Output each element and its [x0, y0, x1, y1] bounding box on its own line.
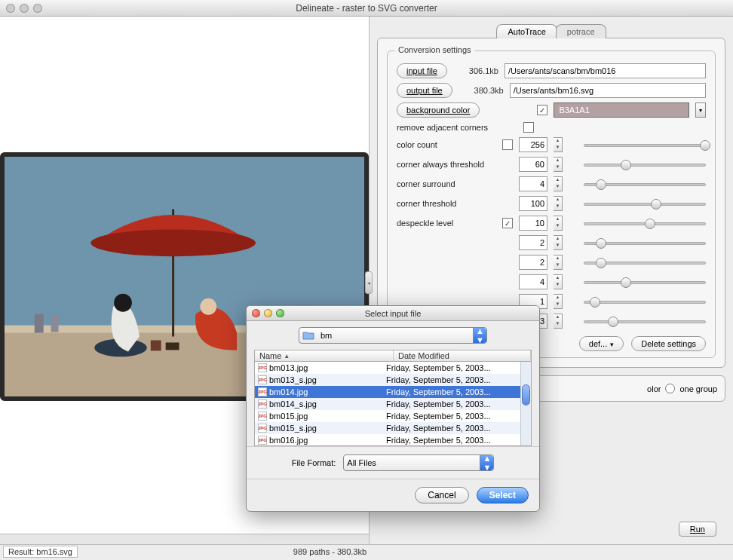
background-color-button[interactable]: background color — [397, 103, 480, 118]
setting-stepper[interactable]: ▲▼ — [554, 274, 563, 289]
setting-slider[interactable] — [584, 314, 706, 328]
file-name: JPGbm016.jpg — [258, 436, 386, 445]
traffic-lights — [6, 4, 42, 13]
setting-slider[interactable] — [584, 256, 706, 269]
setting-value-input[interactable] — [519, 255, 547, 270]
svg-rect-8 — [35, 314, 44, 333]
background-color-field[interactable]: B3A1A1 — [554, 103, 689, 118]
file-list-scrollbar[interactable] — [520, 362, 531, 445]
close-window-button[interactable] — [6, 4, 15, 13]
file-date: Friday, September 5, 2003... — [386, 375, 528, 384]
setting-stepper[interactable]: ▲▼ — [554, 255, 563, 270]
delete-settings-button[interactable]: Delete settings — [631, 336, 706, 351]
setting-stepper[interactable]: ▲▼ — [554, 196, 563, 211]
setting-row: despeckle level✓▲▼ — [397, 216, 706, 231]
folder-icon — [302, 329, 314, 341]
file-dialog: Select input file bm ▲▼ Name ▲ Date Modi… — [246, 305, 540, 512]
tracer-tabs: AutoTrace potrace — [377, 24, 725, 38]
file-date: Friday, September 5, 2003... — [386, 399, 528, 409]
setting-value-input[interactable] — [519, 176, 547, 191]
file-list-header: Name ▲ Date Modified — [254, 350, 532, 362]
jpg-file-icon: JPG — [258, 375, 267, 384]
setting-stepper[interactable]: ▲▼ — [554, 216, 563, 231]
file-row[interactable]: JPGbm016.jpgFriday, September 5, 2003... — [255, 434, 531, 446]
select-button[interactable]: Select — [477, 487, 529, 503]
jpg-file-icon: JPG — [258, 363, 267, 372]
jpg-file-icon: JPG — [258, 387, 267, 396]
file-name: JPGbm014_s.jpg — [258, 399, 386, 409]
setting-slider[interactable] — [584, 295, 706, 308]
setting-stepper[interactable]: ▲▼ — [554, 137, 563, 152]
jpg-file-icon: JPG — [258, 412, 267, 421]
setting-value-input[interactable] — [519, 216, 547, 231]
setting-slider[interactable] — [584, 197, 706, 210]
setting-value-input[interactable] — [519, 274, 547, 289]
svg-rect-10 — [151, 340, 161, 350]
setting-slider[interactable] — [584, 216, 706, 230]
popup-arrows-icon: ▲▼ — [473, 328, 486, 343]
file-name: JPGbm015.jpg — [258, 412, 386, 421]
background-color-checkbox[interactable]: ✓ — [537, 105, 547, 115]
minimize-window-button[interactable] — [20, 4, 29, 13]
tab-potrace[interactable]: potrace — [556, 24, 606, 38]
scrollbar-thumb[interactable] — [522, 384, 530, 405]
file-date: Friday, September 5, 2003... — [386, 387, 528, 396]
setting-slider[interactable] — [584, 158, 706, 171]
file-row[interactable]: JPGbm014_s.jpgFriday, September 5, 2003.… — [255, 398, 531, 410]
file-date: Friday, September 5, 2003... — [386, 436, 528, 445]
column-date-header[interactable]: Date Modified — [394, 350, 531, 361]
one-group-radio[interactable] — [665, 384, 675, 393]
file-row[interactable]: JPGbm015_s.jpgFriday, September 5, 2003.… — [255, 422, 531, 434]
file-format-popup[interactable]: All Files ▲▼ — [343, 454, 494, 471]
setting-value-input[interactable] — [519, 157, 547, 172]
file-row[interactable]: JPGbm013_s.jpgFriday, September 5, 2003.… — [255, 374, 531, 386]
file-format-label: File Format: — [292, 458, 336, 467]
setting-label: despeckle level — [397, 219, 496, 228]
setting-checkbox[interactable]: ✓ — [502, 218, 513, 228]
defaults-button[interactable]: def... — [579, 336, 624, 351]
tab-autotrace[interactable]: AutoTrace — [496, 24, 557, 38]
horizontal-scrollbar[interactable] — [0, 534, 369, 544]
file-row[interactable]: JPGbm014.jpgFriday, September 5, 2003... — [255, 386, 531, 398]
file-name: JPGbm013_s.jpg — [258, 375, 386, 384]
file-row[interactable]: JPGbm013.jpgFriday, September 5, 2003... — [255, 362, 531, 374]
setting-stepper[interactable]: ▲▼ — [554, 235, 563, 250]
jpg-file-icon: JPG — [258, 424, 267, 433]
output-file-button[interactable]: output file — [397, 83, 452, 98]
file-name: JPGbm014.jpg — [258, 387, 386, 396]
svg-rect-11 — [166, 342, 179, 350]
remove-adjacent-checkbox[interactable] — [523, 122, 534, 133]
file-list[interactable]: JPGbm013.jpgFriday, September 5, 2003...… — [254, 362, 532, 446]
file-date: Friday, September 5, 2003... — [386, 424, 528, 433]
split-handle[interactable]: ◂ — [365, 271, 373, 294]
setting-value-input[interactable] — [519, 137, 547, 152]
setting-checkbox[interactable] — [502, 139, 513, 150]
input-file-path[interactable] — [505, 63, 706, 78]
run-button[interactable]: Run — [679, 522, 716, 537]
setting-slider[interactable] — [584, 236, 706, 249]
setting-label: corner surround — [397, 179, 496, 188]
zoom-window-button[interactable] — [33, 4, 42, 13]
column-name-header[interactable]: Name ▲ — [255, 350, 394, 361]
cancel-button[interactable]: Cancel — [415, 487, 468, 503]
setting-value-input[interactable] — [519, 235, 547, 250]
background-color-dropdown-icon[interactable]: ▾ — [695, 103, 706, 118]
dialog-folder-popup[interactable]: bm ▲▼ — [299, 327, 487, 344]
setting-stepper[interactable]: ▲▼ — [554, 157, 563, 172]
file-row[interactable]: JPGbm015.jpgFriday, September 5, 2003... — [255, 410, 531, 422]
output-file-path[interactable] — [510, 83, 706, 98]
file-name: JPGbm015_s.jpg — [258, 424, 386, 433]
setting-row: corner always threshold▲▼ — [397, 157, 706, 172]
setting-slider[interactable] — [584, 138, 706, 151]
input-file-button[interactable]: input file — [397, 63, 447, 78]
setting-stepper[interactable]: ▲▼ — [554, 314, 563, 329]
setting-stepper[interactable]: ▲▼ — [554, 294, 563, 309]
setting-slider[interactable] — [584, 177, 706, 191]
output-file-size: 380.3kb — [459, 86, 504, 95]
file-date: Friday, September 5, 2003... — [386, 363, 528, 372]
setting-stepper[interactable]: ▲▼ — [554, 176, 563, 191]
setting-slider[interactable] — [584, 275, 706, 289]
color-radio-label: olor — [647, 384, 661, 393]
file-format-value: All Files — [344, 458, 480, 467]
setting-value-input[interactable] — [519, 196, 547, 211]
